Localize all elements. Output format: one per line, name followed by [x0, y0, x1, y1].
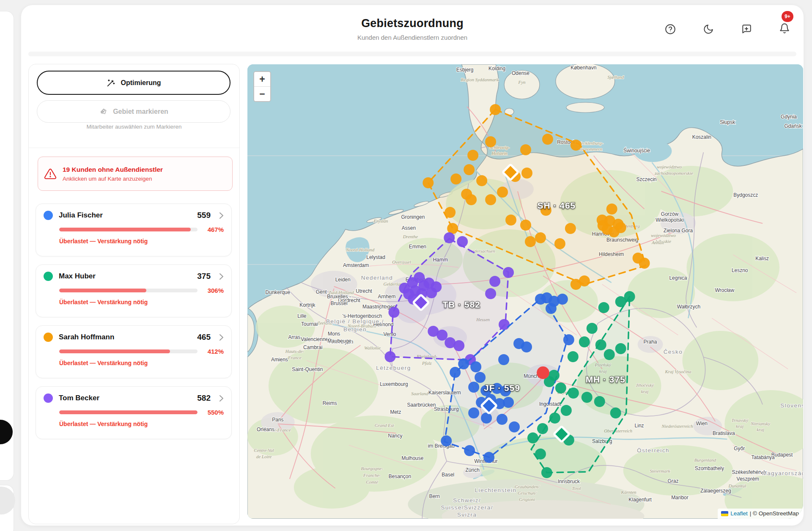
customer-dot[interactable] [555, 382, 566, 393]
customer-dot[interactable] [457, 236, 468, 247]
customer-dot[interactable] [503, 397, 514, 408]
customer-dot[interactable] [587, 323, 598, 334]
customer-dot[interactable] [426, 287, 437, 298]
customer-dot[interactable] [475, 372, 486, 383]
feedback-icon[interactable] [741, 24, 752, 35]
customer-dot[interactable] [450, 367, 461, 378]
customer-dot[interactable] [606, 204, 617, 215]
customer-dot[interactable] [542, 134, 553, 145]
customer-dot[interactable] [476, 175, 487, 186]
customer-dot[interactable] [509, 421, 520, 432]
customer-dot[interactable] [594, 396, 605, 407]
workload-percent: 467% [202, 226, 224, 233]
customer-dot[interactable] [388, 307, 399, 318]
chevron-right-icon[interactable] [219, 273, 224, 280]
customer-dot[interactable] [458, 358, 469, 369]
customer-dot[interactable] [485, 194, 496, 205]
zoom-out-button[interactable]: − [254, 87, 270, 101]
customer-dot[interactable] [385, 351, 396, 362]
chevron-right-icon[interactable] [219, 212, 224, 219]
agent-card[interactable]: Julia Fischer559467%Überlastet — Verstär… [36, 204, 232, 256]
customer-dot[interactable] [521, 341, 532, 352]
customer-dot[interactable] [470, 361, 481, 372]
customer-dot[interactable] [571, 279, 582, 290]
customer-dot[interactable] [498, 354, 509, 365]
agent-status: Überlastet — Verstärkung nötig [59, 238, 224, 245]
unassigned-customer-dot[interactable] [537, 366, 549, 379]
customer-dot[interactable] [595, 339, 606, 350]
customer-dot[interactable] [503, 267, 514, 278]
customer-dot[interactable] [582, 392, 593, 403]
customer-dot[interactable] [535, 448, 546, 459]
customer-dot[interactable] [464, 164, 475, 175]
customer-dot[interactable] [610, 407, 621, 418]
customer-dot[interactable] [444, 207, 455, 218]
customer-dot[interactable] [485, 136, 496, 147]
customer-dot[interactable] [598, 302, 609, 313]
customer-dot[interactable] [554, 238, 565, 249]
customer-dot[interactable] [521, 168, 532, 179]
unassigned-warning[interactable]: 19 Kunden ohne Außendienstler Anklicken … [38, 157, 233, 191]
agent-card[interactable]: Max Huber375306%Überlastet — Verstärkung… [36, 264, 232, 317]
dark-mode-moon-icon[interactable] [703, 24, 714, 35]
map-place-label: Svizra [457, 512, 477, 518]
customer-dot[interactable] [520, 144, 531, 155]
customer-dot[interactable] [525, 236, 536, 247]
customer-dot[interactable] [441, 435, 452, 446]
agent-color-dot [44, 393, 53, 403]
customer-dot[interactable] [485, 288, 496, 299]
customer-dot[interactable] [527, 432, 538, 443]
customer-dot[interactable] [453, 340, 464, 351]
customer-dot[interactable] [464, 445, 475, 456]
customer-dot[interactable] [490, 104, 501, 115]
customer-dot[interactable] [468, 407, 479, 418]
help-icon[interactable] [665, 24, 676, 35]
customer-dot[interactable] [568, 351, 579, 362]
customer-dot[interactable] [565, 223, 576, 234]
customer-dot[interactable] [468, 382, 479, 393]
customer-dot[interactable] [436, 330, 447, 341]
customer-dot[interactable] [571, 140, 582, 151]
customer-dot[interactable] [466, 194, 477, 205]
chevron-right-icon[interactable] [219, 334, 224, 341]
notification-badge[interactable]: 9+ [782, 11, 793, 22]
customer-dot[interactable] [444, 232, 455, 243]
customer-dot[interactable] [579, 336, 590, 347]
mark-territory-button[interactable]: Gebiet markieren [37, 100, 230, 123]
customer-dot[interactable] [489, 276, 500, 287]
customer-dot[interactable] [615, 343, 626, 354]
customer-dot[interactable] [481, 413, 492, 424]
customer-dot[interactable] [549, 413, 560, 424]
customer-dot[interactable] [497, 187, 508, 198]
customer-dot[interactable] [604, 349, 615, 360]
customer-dot[interactable] [497, 414, 508, 425]
customer-dot[interactable] [520, 220, 531, 231]
customer-dot[interactable] [541, 467, 552, 478]
customer-dot[interactable] [597, 215, 608, 226]
customer-dot[interactable] [639, 258, 650, 269]
customer-dot[interactable] [615, 222, 626, 233]
optimize-button[interactable]: Optimierung [37, 71, 230, 95]
customer-dot[interactable] [422, 177, 433, 188]
map[interactable]: EsbjergKoldingOdenseRegion SyddanmarkFyn… [247, 64, 803, 519]
customer-dot[interactable] [615, 296, 626, 307]
customer-dot[interactable] [537, 423, 548, 434]
customer-dot[interactable] [557, 294, 568, 305]
customer-dot[interactable] [535, 232, 546, 243]
customer-dot[interactable] [563, 334, 574, 345]
warning-subtitle: Anklicken um auf Karte anzuzeigen [63, 176, 163, 182]
agent-card[interactable]: Sarah Hoffmann465412%Überlastet — Verstä… [36, 325, 232, 378]
bell-icon[interactable] [779, 23, 790, 34]
warning-triangle-icon [44, 168, 57, 180]
zoom-in-button[interactable]: + [254, 72, 270, 87]
customer-dot[interactable] [483, 452, 494, 463]
leaflet-link[interactable]: Leaflet [730, 510, 748, 517]
customer-dot[interactable] [568, 388, 579, 399]
customer-dot[interactable] [467, 150, 478, 161]
agent-card[interactable]: Tom Becker582550%Überlastet — Verstärkun… [36, 386, 232, 439]
customer-dot[interactable] [561, 405, 572, 416]
customer-dot[interactable] [546, 303, 557, 314]
chevron-right-icon[interactable] [219, 395, 224, 402]
customer-dot[interactable] [450, 173, 461, 184]
customer-dot[interactable] [505, 215, 516, 226]
